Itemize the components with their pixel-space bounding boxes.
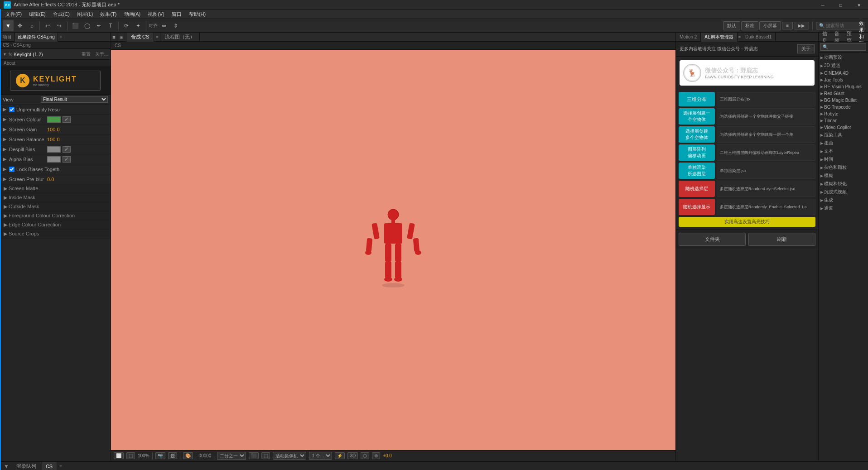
tab-ae-scripts[interactable]: AE脚本管理器 xyxy=(701,33,737,42)
category-cinema4d[interactable]: ▶ CINEMA 4D xyxy=(819,70,868,77)
category-generate[interactable]: ▶ 生成 xyxy=(819,196,868,204)
tool-puppet[interactable]: ✦ xyxy=(133,20,144,31)
timeline-collapse-btn[interactable]: ▼ xyxy=(2,463,11,470)
category-channel[interactable]: ▶ 通道 xyxy=(819,204,868,212)
ws-standard[interactable]: 标准 xyxy=(741,21,758,30)
alpha-bias-picker[interactable]: 🖋 xyxy=(63,156,71,163)
tab-cs-timeline[interactable]: CS xyxy=(42,462,57,470)
viewer-camera-select[interactable]: 活动摄像机 xyxy=(273,452,306,460)
tool-align-v[interactable]: ⇕ xyxy=(170,20,181,31)
screen-preblur-value[interactable]: 0.0 xyxy=(47,177,54,182)
viewer-target[interactable]: ⊕ xyxy=(372,452,380,459)
viewer-toggle-transparency[interactable]: ⬚ xyxy=(126,452,135,459)
lock-biases-checkbox[interactable] xyxy=(9,167,14,172)
tab-effect-controls[interactable]: 效果控件 CS4.png xyxy=(15,33,58,42)
tool-zoom[interactable]: ⌕ xyxy=(26,20,37,31)
source-crops-section[interactable]: ▶ Source Crops xyxy=(0,230,111,239)
tab-render-queue[interactable]: 渲染队列 xyxy=(13,462,40,470)
script-btn-random-select[interactable]: 随机选择层 xyxy=(679,181,715,197)
menu-effects[interactable]: 效果(T) xyxy=(96,10,120,19)
ae-scripts-menu[interactable]: ≡ xyxy=(738,35,742,39)
category-bg-trapcode[interactable]: ▶ BG Trapcode xyxy=(819,104,868,110)
category-animation-presets[interactable]: ▶ 动画预设 xyxy=(819,53,868,62)
tab-duik[interactable]: Duik Bassel1 xyxy=(742,33,776,42)
viewer-show-snapshot[interactable]: 🖼 xyxy=(168,452,177,459)
viewer-snapshot[interactable]: 📷 xyxy=(155,452,165,459)
category-3d-channel[interactable]: ▶ 3D 通道 xyxy=(819,62,868,70)
despill-bias-swatch1[interactable] xyxy=(47,146,61,153)
view-select[interactable]: Final Result xyxy=(41,96,108,103)
keylight-about[interactable]: 关于... xyxy=(95,51,108,58)
unpremultiply-checkbox[interactable] xyxy=(9,107,14,112)
despill-bias-picker[interactable]: 🖋 xyxy=(63,146,71,153)
maximize-button[interactable]: □ xyxy=(832,0,850,10)
category-time[interactable]: ▶ 时间 xyxy=(819,155,868,163)
viewer-transparency-btn[interactable]: ⬚ xyxy=(261,452,270,459)
lock-biases-toggle[interactable]: ▶ xyxy=(3,166,6,172)
category-red-giant[interactable]: ▶ Red Giant xyxy=(819,90,868,97)
menu-layer[interactable]: 图层(L) xyxy=(73,10,96,19)
category-video-copilot[interactable]: ▶ Video Copilot xyxy=(819,124,868,131)
viewer-region-btn[interactable]: ⬛ xyxy=(249,452,259,459)
screen-preblur-toggle[interactable]: ▶ xyxy=(3,176,6,182)
tool-align-h[interactable]: ⇔ xyxy=(159,20,169,31)
category-distort[interactable]: ▶ 扭曲 xyxy=(819,139,868,147)
screen-colour-picker[interactable]: 🖋 xyxy=(63,116,71,123)
comp-canvas[interactable] xyxy=(111,50,675,450)
viewer-draft-3d[interactable]: 3D xyxy=(347,452,358,459)
screen-colour-toggle[interactable]: ▶ xyxy=(3,116,6,122)
menu-edit[interactable]: 编辑(E) xyxy=(25,10,49,19)
script-about-btn[interactable]: 关于 xyxy=(797,44,815,53)
tab-composition[interactable]: 合成 CS xyxy=(126,33,154,42)
category-blur[interactable]: ▶ 模糊 xyxy=(819,172,868,180)
script-btn-random-enable[interactable]: 随机选择显示 xyxy=(679,199,715,215)
comp-panel-options[interactable]: ≡ xyxy=(111,33,117,42)
minimize-button[interactable]: ─ xyxy=(814,0,832,10)
ws-more[interactable]: ≡ xyxy=(782,22,793,29)
category-tilman[interactable]: ▶ Tilman xyxy=(819,117,868,124)
effects-search-input[interactable] xyxy=(820,43,866,51)
script-btn-array-anim[interactable]: 图层阵列偏移动画 xyxy=(679,144,715,161)
category-robyte[interactable]: ▶ Robyte xyxy=(819,110,868,117)
viewer-always-preview[interactable]: ⬜ xyxy=(114,452,124,459)
tool-roto[interactable]: ⟳ xyxy=(121,20,132,31)
tool-text[interactable]: T xyxy=(105,20,116,31)
script-folder-btn[interactable]: 文件夹 xyxy=(679,233,746,246)
script-btn-highlight[interactable]: 实用高达设置高亮技巧 xyxy=(679,217,815,227)
script-btn-create-one[interactable]: 选择层创建一个空物体 xyxy=(679,108,715,125)
category-bg-magic-bullet[interactable]: ▶ BG Magic Bullet xyxy=(819,97,868,104)
menu-file[interactable]: 文件(F) xyxy=(2,10,25,19)
category-blur-sharpen[interactable]: ▶ 模糊和锐化 xyxy=(819,180,868,188)
keylight-reset[interactable]: 重置 xyxy=(82,51,91,58)
screen-balance-value[interactable]: 100.0 xyxy=(47,137,60,142)
tab-flowchart[interactable]: 流程图（无） xyxy=(160,33,200,42)
menu-help[interactable]: 帮助(H) xyxy=(185,10,209,19)
close-button[interactable]: ✕ xyxy=(850,0,868,10)
tool-redo[interactable]: ↪ xyxy=(54,20,65,31)
category-noise[interactable]: ▶ 杂色和颗粒 xyxy=(819,163,868,172)
fg-colour-correction-section[interactable]: ▶ Foreground Colour Correction xyxy=(0,211,111,221)
viewer-fast-preview[interactable]: ⚡ xyxy=(335,452,345,459)
edge-colour-correction-section[interactable]: ▶ Edge Colour Correction xyxy=(0,221,111,230)
tab-comp-close[interactable]: ≡ xyxy=(154,33,160,42)
script-refresh-btn[interactable]: 刷新 xyxy=(748,233,815,246)
script-btn-single-render[interactable]: 单独渲染所选图层 xyxy=(679,163,715,179)
menu-animation[interactable]: 动画(A) xyxy=(121,10,145,19)
tool-pen[interactable]: ✒ xyxy=(93,20,104,31)
tab-effects-presets[interactable]: 效果和预设 xyxy=(855,33,868,42)
tool-rect[interactable]: ⬛ xyxy=(70,20,81,31)
tab-preview[interactable]: 预览 xyxy=(843,33,855,42)
tab-project[interactable]: 项目 xyxy=(0,33,15,42)
category-revision[interactable]: ▶ RE:Vision Plug-ins xyxy=(819,83,868,90)
outside-mask-section[interactable]: ▶ Outside Mask xyxy=(0,202,111,211)
ws-default[interactable]: 默认 xyxy=(723,21,740,30)
search-help-input[interactable] xyxy=(826,23,862,28)
tool-ellipse[interactable]: ◯ xyxy=(82,20,92,31)
alpha-bias-swatch[interactable] xyxy=(47,156,61,163)
screen-matte-section[interactable]: ▶ Screen Matte xyxy=(0,184,111,193)
category-render-tools[interactable]: ▶ 渲染工具 xyxy=(819,131,868,139)
panel-menu-icon[interactable]: ≡ xyxy=(58,34,64,39)
despill-bias-toggle[interactable]: ▶ xyxy=(3,146,6,152)
viewer-opengl[interactable]: ⬡ xyxy=(361,452,369,459)
viewer-resolution-select[interactable]: 二分之一 完整 xyxy=(217,452,246,460)
